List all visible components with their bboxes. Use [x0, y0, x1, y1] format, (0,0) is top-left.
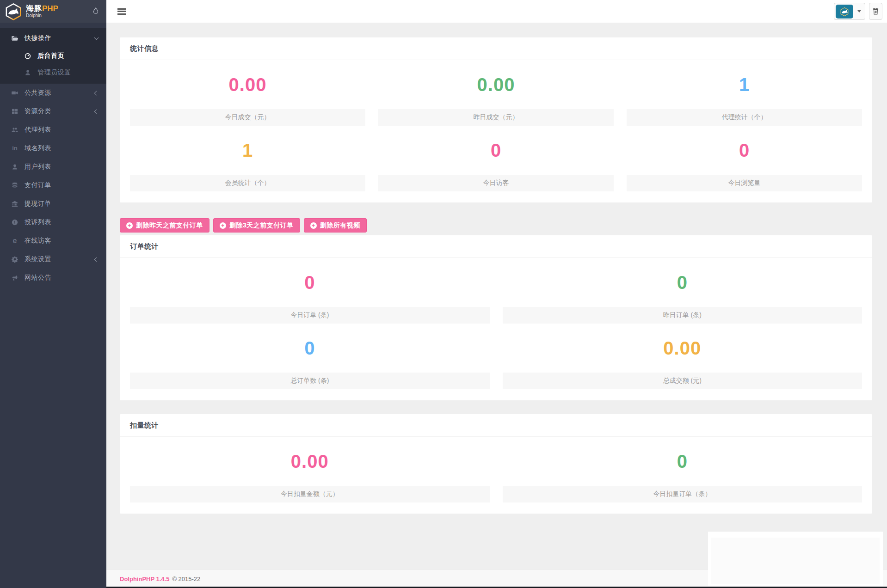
logo-title-cn: 海豚: [26, 4, 42, 13]
dolphin-hexagon-icon: [5, 3, 22, 20]
user-icon: [11, 163, 18, 171]
sidebar-item-complaint-list[interactable]: 投诉列表: [0, 213, 106, 232]
sidebar-item-label: 在线访客: [25, 237, 51, 245]
panel-statistics: 统计信息 0.00 今日成交（元） 0.00 昨日成交（元） 1 代理统计（个）: [120, 37, 872, 202]
user-icon: [24, 69, 31, 76]
trash-button[interactable]: [869, 3, 882, 20]
sidebar-item-quick-ops[interactable]: 快捷操作: [0, 29, 106, 48]
stat-label: 今日订单 (条): [130, 307, 490, 324]
sidebar-item-payment-orders[interactable]: 支付订单: [0, 176, 106, 195]
delete-all-videos-button[interactable]: + 删除所有视频: [304, 218, 367, 233]
gear-icon: [11, 256, 18, 263]
sidebar-item-label: 支付订单: [25, 181, 51, 190]
bank-icon: [11, 200, 18, 208]
logo-title-php: PHP: [42, 4, 58, 13]
stat-today-deduct-orders: 0 今日扣量订单（条）: [503, 437, 862, 502]
stat-label: 昨日订单 (条): [503, 307, 862, 324]
stat-agent-count: 1 代理统计（个）: [627, 60, 862, 126]
main-area: 统计信息 0.00 今日成交（元） 0.00 昨日成交（元） 1 代理统计（个）: [106, 0, 887, 588]
logo-subtitle: Dolphin: [26, 13, 58, 18]
trash-icon: [872, 7, 879, 15]
droplet-icon[interactable]: [92, 7, 100, 16]
stats-grid: 0.00 今日成交（元） 0.00 昨日成交（元） 1 代理统计（个） 1 会员…: [120, 60, 872, 202]
dashboard-icon: [24, 52, 31, 60]
stat-today-deduct-amount: 0.00 今日扣量金额（元）: [130, 437, 490, 502]
stat-label: 代理统计（个）: [627, 109, 862, 126]
sidebar-item-public-resources[interactable]: 公共资源: [0, 84, 106, 102]
stat-total-sales: 0.00 总成交额 (元): [503, 324, 862, 389]
stat-label: 昨日成交（元）: [378, 109, 614, 126]
sidebar-item-label: 网站公告: [25, 274, 51, 282]
folder-open-icon: [11, 35, 18, 42]
floating-panel: [708, 532, 883, 586]
database-icon: [11, 182, 18, 189]
stats-grid: 0.00 今日扣量金额（元） 0 今日扣量订单（条）: [120, 437, 872, 514]
sidebar-item-site-announcement[interactable]: 网站公告: [0, 269, 106, 287]
delete-3days-orders-button[interactable]: + 删除3天之前支付订单: [213, 218, 300, 233]
hamburger-icon[interactable]: [117, 7, 127, 16]
sidebar: 海豚PHP Dolphin 快捷操作 后台首页 管: [0, 0, 106, 588]
stat-label: 今日扣量订单（条）: [503, 486, 862, 502]
stat-value: 0.00: [503, 324, 862, 373]
sidebar-item-online-visitors[interactable]: e 在线访客: [0, 232, 106, 250]
exclamation-circle-icon: [11, 219, 18, 226]
stat-value: 0: [130, 324, 490, 373]
sidebar-item-resource-categories[interactable]: 资源分类: [0, 102, 106, 121]
user-menu-button[interactable]: [834, 3, 865, 20]
sidebar-item-label: 资源分类: [25, 107, 51, 116]
sidebar-item-label: 管理员设置: [37, 68, 71, 77]
logo-text: 海豚PHP Dolphin: [26, 5, 58, 18]
sidebar-item-label: 快捷操作: [25, 34, 51, 43]
panel-title: 统计信息: [120, 37, 872, 60]
sidebar-item-dashboard[interactable]: 后台首页: [0, 48, 106, 64]
stat-today-visitors: 0 今日访客: [378, 126, 614, 191]
stat-label: 今日扣量金额（元）: [130, 486, 490, 502]
users-icon: [11, 126, 18, 134]
stat-label: 今日访客: [378, 175, 614, 191]
button-label: 删除3天之前支付订单: [229, 221, 294, 230]
panel-order-statistics: 订单统计 0 今日订单 (条) 0 昨日订单 (条) 0 总订单数 (条): [120, 235, 872, 400]
sidebar-item-system-settings[interactable]: 系统设置: [0, 250, 106, 269]
stat-member-count: 1 会员统计（个）: [130, 126, 365, 191]
stat-value: 1: [627, 60, 862, 109]
stat-label: 会员统计（个）: [130, 175, 365, 191]
stat-value: 0.00: [130, 437, 490, 486]
stat-value: 0.00: [130, 60, 365, 109]
sidebar-item-label: 提现订单: [25, 200, 51, 208]
stat-yesterday-sales: 0.00 昨日成交（元）: [378, 60, 614, 126]
stat-label: 今日浏览量: [627, 175, 862, 191]
footer-brand-link[interactable]: DolphinPHP 1.4.5: [120, 576, 169, 582]
stat-value: 0.00: [378, 60, 614, 109]
plus-circle-icon: +: [220, 222, 226, 229]
footer-copyright: © 2015-22: [172, 576, 200, 582]
button-label: 删除所有视频: [320, 221, 360, 230]
panel-title: 扣量统计: [120, 414, 872, 437]
sidebar-item-agent-list[interactable]: 代理列表: [0, 121, 106, 139]
linkedin-icon: in: [11, 145, 18, 152]
sidebar-item-admin-settings[interactable]: 管理员设置: [0, 64, 106, 81]
action-buttons-row: + 删除昨天之前支付订单 + 删除3天之前支付订单 + 删除所有视频: [120, 218, 872, 233]
sidebar-item-domain-list[interactable]: in 域名列表: [0, 139, 106, 158]
video-camera-icon: [11, 89, 18, 97]
delete-before-yesterday-orders-button[interactable]: + 删除昨天之前支付订单: [120, 218, 209, 233]
stat-today-pageviews: 0 今日浏览量: [627, 126, 862, 191]
stat-today-sales: 0.00 今日成交（元）: [130, 60, 365, 126]
menu-block-quick-ops: 快捷操作 后台首页 管理员设置: [0, 28, 106, 84]
stat-total-orders: 0 总订单数 (条): [130, 324, 490, 389]
stat-value: 1: [130, 126, 365, 175]
logo-bar[interactable]: 海豚PHP Dolphin: [0, 0, 106, 23]
content: 统计信息 0.00 今日成交（元） 0.00 昨日成交（元） 1 代理统计（个）: [106, 23, 887, 570]
sidebar-item-label: 后台首页: [37, 52, 64, 60]
stat-value: 0: [503, 258, 862, 307]
plus-circle-icon: +: [310, 222, 317, 229]
chevron-left-icon: [94, 257, 99, 262]
sidebar-menu: 快捷操作 后台首页 管理员设置 公共资源 资源分类: [0, 23, 106, 287]
sidebar-item-withdraw-orders[interactable]: 提现订单: [0, 195, 106, 213]
chevron-left-icon: [94, 91, 99, 95]
sidebar-item-label: 代理列表: [25, 126, 51, 134]
chevron-down-icon: [94, 36, 99, 40]
sidebar-item-user-list[interactable]: 用户列表: [0, 158, 106, 176]
topbar: [106, 0, 887, 23]
topbar-right: [834, 3, 883, 20]
edge-icon: e: [11, 237, 18, 245]
